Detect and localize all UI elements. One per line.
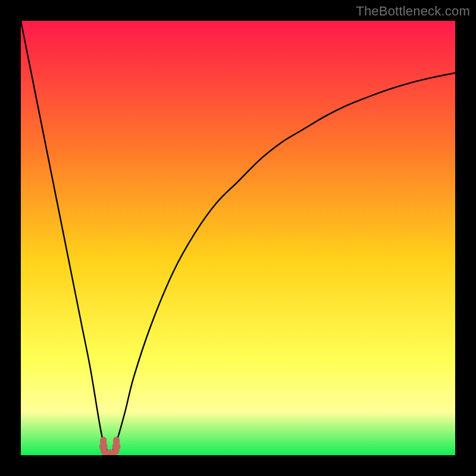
gradient-bg: [21, 21, 455, 455]
chart-svg: [21, 21, 455, 455]
watermark-text: TheBottleneck.com: [356, 4, 470, 19]
plot-area: [21, 21, 455, 455]
chart-frame: TheBottleneck.com: [0, 0, 476, 476]
